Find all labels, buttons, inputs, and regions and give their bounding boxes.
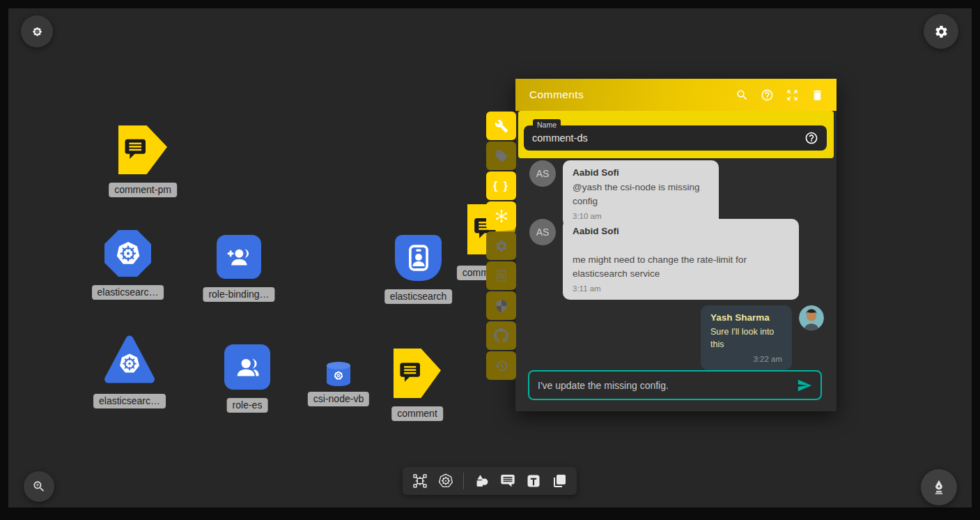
service-account-icon [403, 243, 434, 273]
pen-nib-icon [931, 479, 947, 496]
group-add-icon [224, 243, 254, 272]
github-icon [494, 328, 508, 343]
gear-icon [495, 239, 508, 253]
node-action-toolbar: { } [486, 112, 516, 380]
wrench-icon [495, 119, 508, 133]
avatar: AS [529, 219, 556, 245]
comment-icon [397, 359, 423, 386]
comment-node-shape [118, 125, 167, 174]
badge-shape [395, 235, 442, 281]
history-tool-button[interactable] [486, 351, 516, 380]
tag-icon [495, 149, 508, 163]
toolbar-divider [463, 473, 464, 489]
message-author: Yash Sharma [710, 312, 782, 323]
chat-message: AS Aabid Sofi @yash the csi-node is miss… [529, 160, 719, 227]
node-label: elasticsearc… [93, 394, 166, 408]
node-label: elasticsearc… [92, 285, 164, 300]
rounded-square-shape [217, 235, 261, 279]
node-label: csi-node-vb [308, 392, 369, 406]
json-config-tool-button[interactable]: { } [486, 171, 516, 200]
github-tool-button[interactable] [486, 321, 516, 350]
shapes-icon[interactable] [474, 473, 490, 489]
document-search-icon [495, 269, 508, 283]
app-menu-button[interactable] [21, 15, 53, 47]
node-comment[interactable]: comment [394, 349, 441, 398]
image-layer-icon[interactable] [551, 473, 568, 489]
message-time: 3:22 am [710, 355, 782, 363]
help-circle-icon[interactable] [804, 131, 818, 145]
selected-node-config: Name [518, 111, 834, 158]
security-tool-button[interactable] [486, 291, 516, 320]
name-input[interactable] [532, 132, 804, 144]
message-text: @yash the csi-node is missing config [573, 181, 709, 208]
node-role-es[interactable]: role-es [224, 344, 270, 390]
search-icon[interactable] [736, 89, 749, 102]
chat-message: Yash Sharma Sure I'll look into this 3:2… [701, 305, 824, 370]
node-label: comment [391, 406, 443, 421]
avatar-photo [799, 305, 824, 330]
document-scan-tool-button[interactable] [486, 261, 516, 290]
message-time: 3:11 am [573, 284, 789, 293]
component-graph-icon[interactable] [412, 473, 428, 489]
flower-icon [31, 26, 43, 38]
mesh-tool-button[interactable] [486, 201, 516, 230]
message-author: Aabid Sofi [573, 226, 789, 236]
chat-input-row [528, 370, 822, 400]
history-icon [495, 359, 508, 373]
gear-icon [934, 24, 949, 39]
comment-node-shape [394, 349, 441, 398]
kubernetes-icon [117, 351, 142, 376]
settings-tool-button[interactable] [486, 231, 516, 260]
node-elasticsearch-octagon[interactable]: elasticsearc… [104, 230, 151, 277]
node-label: role-binding… [203, 287, 274, 302]
node-label: comment-pm [109, 183, 177, 197]
message-text: Sure I'll look into this [710, 326, 782, 351]
pen-tool-button[interactable] [921, 469, 957, 505]
name-field-label: Name [533, 119, 561, 130]
expand-icon[interactable] [786, 89, 799, 102]
message-author: Aabid Sofi [573, 167, 709, 178]
delete-icon[interactable] [811, 89, 824, 102]
braces-icon: { } [493, 180, 509, 192]
node-csi-node-vb[interactable]: csi-node-vb [327, 362, 350, 386]
configure-tool-button[interactable] [486, 112, 516, 140]
node-role-binding[interactable]: role-binding… [217, 235, 261, 279]
settings-button[interactable] [924, 14, 958, 49]
node-elasticsearch-serviceaccount[interactable]: elasticsearch [395, 235, 442, 281]
kubernetes-icon [114, 239, 143, 268]
node-label: elasticsearch [384, 289, 453, 304]
text-tool-icon[interactable] [525, 473, 542, 489]
rounded-square-shape [224, 344, 270, 390]
group-icon [232, 352, 263, 383]
name-field[interactable] [524, 125, 827, 151]
send-icon[interactable] [797, 378, 812, 393]
panel-title: Comments [529, 89, 584, 101]
node-label: role-es [227, 398, 268, 413]
comment-icon [122, 136, 149, 163]
canvas-insert-toolbar [403, 467, 577, 495]
kubernetes-icon[interactable] [437, 473, 454, 489]
zoom-in-button[interactable] [24, 471, 54, 502]
zoom-in-icon [32, 480, 46, 494]
chat-message-input[interactable] [538, 380, 797, 391]
comments-panel-header[interactable]: Comments [515, 79, 837, 111]
kubernetes-icon [333, 370, 344, 381]
help-icon[interactable] [761, 89, 774, 102]
comment-icon[interactable] [499, 473, 516, 489]
node-comment-pm[interactable]: comment-pm [118, 125, 167, 174]
tag-tool-button[interactable] [486, 142, 516, 170]
avatar: AS [529, 160, 556, 187]
node-elasticsearch-triangle[interactable]: elasticsearc… [103, 335, 156, 385]
shield-icon [495, 299, 508, 313]
message-text: me might need to change the rate-limit f… [573, 253, 789, 280]
mesh-hub-icon [494, 208, 509, 224]
chat-message: AS Aabid Sofi me might need to change th… [529, 219, 799, 300]
comments-panel: Comments Name AS Aabid Sofi @yash the cs… [515, 79, 837, 411]
